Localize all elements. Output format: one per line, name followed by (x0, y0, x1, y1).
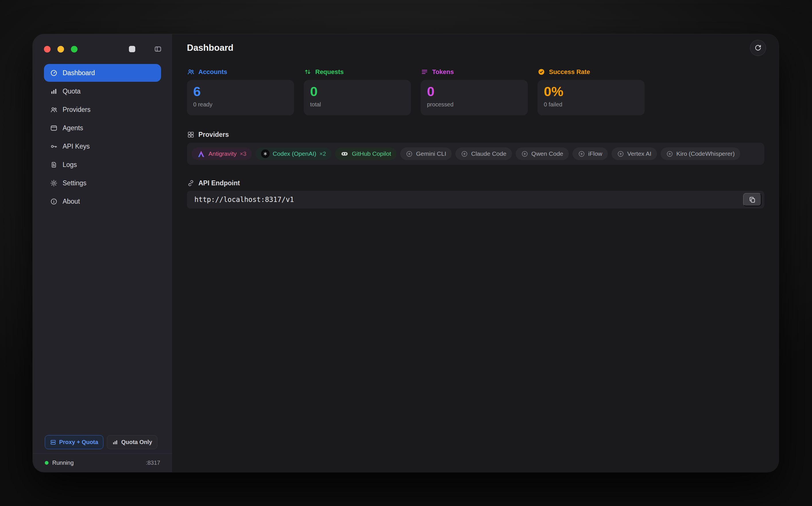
minimize-button[interactable] (57, 46, 64, 53)
plus-circle-icon (406, 150, 413, 158)
copilot-logo-icon (341, 150, 349, 158)
sidebar-item-api-keys[interactable]: API Keys (44, 138, 161, 155)
stat-sub: processed (427, 101, 522, 108)
stat-label: Requests (315, 68, 344, 76)
provider-chip-label: GitHub Copilot (352, 150, 391, 157)
sidebar-item-settings[interactable]: Settings (44, 174, 161, 192)
openai-logo-icon (261, 150, 270, 158)
desktop-background: Dashboard Quota Providers Agents API Key… (0, 0, 812, 506)
stat-value: 6 (193, 84, 288, 99)
stat-sub: total (310, 101, 405, 108)
mode-toggle: Proxy + Quota Quota Only (33, 435, 172, 453)
sidebar-item-agents[interactable]: Agents (44, 119, 161, 137)
stat-label: Accounts (198, 68, 227, 76)
gear-icon (50, 179, 58, 187)
sidebar-item-label: Quota (63, 87, 81, 95)
stats-row: Accounts 6 0 ready Requests 0 total (173, 68, 779, 115)
copy-endpoint-button[interactable] (743, 193, 761, 206)
plus-circle-icon (578, 150, 585, 158)
provider-chip-gemini-cli[interactable]: Gemini CLI (400, 148, 452, 160)
users-icon (187, 68, 195, 76)
stat-requests: Requests 0 total (304, 68, 411, 115)
mode-label: Proxy + Quota (59, 439, 98, 445)
endpoint-section-header: API Endpoint (173, 179, 779, 187)
provider-chip-label: Codex (OpenAI) (273, 150, 317, 157)
provider-chip-qwen-code[interactable]: Qwen Code (516, 148, 569, 160)
content-header: Dashboard (173, 34, 779, 56)
provider-chip-claude-code[interactable]: Claude Code (455, 148, 512, 160)
sidebar-item-label: Providers (63, 106, 90, 113)
status-dot (45, 461, 49, 465)
titlebar (33, 34, 172, 64)
bar-chart-icon (50, 87, 58, 95)
sidebar-bottom: Proxy + Quota Quota Only Running :8317 (33, 435, 172, 472)
stat-label: Success Rate (549, 68, 590, 76)
copy-icon (749, 196, 756, 203)
provider-chip-vertex-ai[interactable]: Vertex AI (612, 148, 657, 160)
sidebar-item-logs[interactable]: Logs (44, 156, 161, 174)
providers-section-title: Providers (198, 131, 229, 139)
sidebar-item-label: Agents (63, 124, 83, 132)
provider-chip-label: Claude Code (471, 150, 506, 157)
sidebar-item-label: Logs (63, 161, 77, 169)
sidebar-item-dashboard[interactable]: Dashboard (44, 64, 161, 82)
stat-value: 0 (427, 84, 522, 99)
zoom-button[interactable] (71, 46, 77, 53)
link-icon (187, 179, 195, 187)
stat-card: 0 processed (421, 80, 528, 115)
sidebar-nav: Dashboard Quota Providers Agents API Key… (33, 64, 172, 210)
stat-card: 6 0 ready (187, 80, 294, 115)
sidebar-toggle-icon[interactable] (153, 44, 163, 54)
stat-value: 0 (310, 84, 405, 99)
sidebar-item-label: Settings (63, 179, 86, 187)
stat-header: Success Rate (538, 68, 645, 76)
stat-header: Accounts (187, 68, 294, 76)
server-status-row: Running :8317 (33, 453, 172, 472)
provider-chip-label: Antigravity (208, 150, 236, 157)
plus-circle-icon (617, 150, 624, 158)
api-endpoint-url: http://localhost:8317/v1 (194, 196, 294, 204)
stat-sub: 0 failed (544, 101, 638, 108)
sidebar-item-label: Dashboard (63, 69, 95, 77)
stat-value: 0% (544, 84, 638, 99)
close-button[interactable] (44, 46, 51, 53)
mode-quota-only-button[interactable]: Quota Only (107, 435, 157, 449)
api-endpoint-bar: http://localhost:8317/v1 (187, 191, 764, 208)
stop-icon[interactable] (127, 44, 137, 54)
mode-label: Quota Only (121, 439, 152, 445)
stat-sub: 0 ready (193, 101, 288, 108)
provider-chip-iflow[interactable]: iFlow (572, 148, 608, 160)
stat-accounts: Accounts 6 0 ready (187, 68, 294, 115)
status-label: Running (52, 459, 74, 466)
sidebar: Dashboard Quota Providers Agents API Key… (33, 34, 173, 472)
grid-icon (187, 131, 195, 139)
stop-glyph (129, 46, 135, 52)
info-icon (50, 198, 58, 205)
stat-tokens: Tokens 0 processed (421, 68, 528, 115)
provider-chip-label: Kiro (CodeWhisperer) (676, 150, 735, 157)
app-window-icon (50, 124, 58, 132)
refresh-button[interactable] (750, 40, 766, 56)
refresh-icon (754, 44, 762, 52)
provider-chip-github-copilot[interactable]: GitHub Copilot (335, 148, 397, 160)
sidebar-item-label: About (63, 198, 80, 205)
providers-panel: Antigravity ×3 Codex (OpenAI) ×2 GitHub … (187, 143, 764, 165)
provider-chip-kiro-codewhisperer[interactable]: Kiro (CodeWhisperer) (661, 148, 740, 160)
sidebar-item-providers[interactable]: Providers (44, 101, 161, 118)
stat-success-rate: Success Rate 0% 0 failed (538, 68, 645, 115)
sidebar-item-about[interactable]: About (44, 192, 161, 210)
gauge-icon (50, 69, 58, 77)
provider-chip-label: Qwen Code (532, 150, 563, 157)
provider-chip-codex-openai[interactable]: Codex (OpenAI) ×2 (256, 148, 332, 160)
stat-card: 0 total (304, 80, 411, 115)
sidebar-item-label: API Keys (63, 143, 90, 150)
list-icon (421, 68, 428, 76)
sidebar-item-quota[interactable]: Quota (44, 82, 161, 100)
provider-chip-antigravity[interactable]: Antigravity ×3 (192, 148, 252, 160)
arrows-up-down-icon (304, 68, 312, 76)
stat-header: Tokens (421, 68, 528, 76)
document-icon (50, 161, 58, 169)
status-port: :8317 (146, 459, 160, 466)
provider-chip-label: iFlow (588, 150, 602, 157)
mode-proxy-quota-button[interactable]: Proxy + Quota (45, 435, 104, 449)
